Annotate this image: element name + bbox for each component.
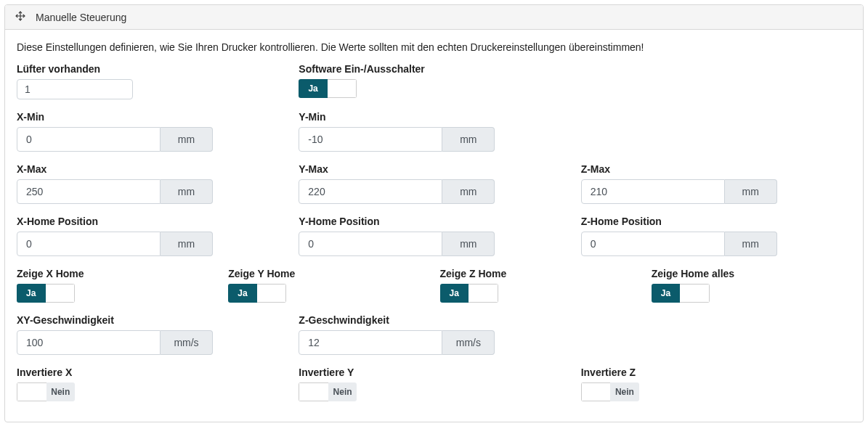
x-max-input[interactable] — [17, 179, 161, 204]
fan-available-input[interactable] — [17, 79, 133, 99]
show-home-all-label: Zeige Home alles — [652, 268, 851, 279]
invert-z-label: Invertiere Z — [581, 367, 851, 378]
toggle-empty — [328, 79, 357, 98]
invert-y-label: Invertiere Y — [299, 367, 569, 378]
y-max-label: Y-Max — [299, 163, 569, 175]
xy-speed-input[interactable] — [17, 330, 161, 355]
z-max-label: Z-Max — [581, 163, 851, 175]
show-x-home-toggle[interactable]: Ja — [17, 284, 75, 303]
z-max-input[interactable] — [581, 179, 725, 204]
toggle-yes: Ja — [17, 284, 46, 303]
invert-y-toggle[interactable]: Nein — [299, 382, 357, 401]
unit-mm: mm — [725, 232, 777, 256]
z-speed-label: Z-Geschwindigkeit — [299, 314, 569, 326]
show-y-home-label: Zeige Y Home — [228, 268, 428, 279]
unit-mm: mm — [442, 179, 495, 204]
software-switch-label: Software Ein-/Ausschalter — [299, 63, 569, 75]
invert-x-toggle[interactable]: Nein — [17, 382, 75, 401]
invert-x-label: Invertiere X — [17, 367, 287, 378]
move-icon — [15, 11, 25, 23]
unit-mms: mm/s — [442, 330, 495, 355]
show-z-home-label: Zeige Z Home — [440, 268, 640, 279]
toggle-empty — [581, 382, 611, 401]
toggle-empty — [469, 284, 498, 303]
panel-title: Manuelle Steuerung — [36, 12, 126, 23]
toggle-no: Nein — [328, 382, 357, 401]
toggle-empty — [257, 284, 287, 303]
software-switch-toggle[interactable]: Ja — [299, 79, 357, 98]
x-min-input[interactable] — [17, 127, 161, 152]
z-home-pos-input[interactable] — [581, 232, 725, 256]
x-max-label: X-Max — [17, 163, 287, 175]
panel-header[interactable]: Manuelle Steuerung — [5, 5, 863, 30]
panel-description: Diese Einstellungen definieren, wie Sie … — [17, 41, 851, 53]
y-home-pos-label: Y-Home Position — [299, 216, 569, 227]
manual-control-panel: Manuelle Steuerung Diese Einstellungen d… — [4, 4, 864, 422]
toggle-empty — [17, 382, 46, 401]
y-min-input[interactable] — [299, 127, 442, 152]
x-min-label: X-Min — [17, 111, 287, 123]
toggle-no: Nein — [610, 382, 639, 401]
fan-available-label: Lüfter vorhanden — [17, 63, 287, 75]
show-y-home-toggle[interactable]: Ja — [228, 284, 286, 303]
x-home-pos-input[interactable] — [17, 232, 161, 256]
y-min-label: Y-Min — [299, 111, 569, 123]
unit-mm: mm — [161, 179, 213, 204]
y-max-input[interactable] — [299, 179, 442, 204]
toggle-empty — [46, 284, 76, 303]
unit-mm: mm — [161, 232, 213, 256]
toggle-yes: Ja — [652, 284, 681, 303]
show-x-home-label: Zeige X Home — [17, 268, 216, 279]
toggle-no: Nein — [46, 382, 76, 401]
toggle-empty — [299, 382, 328, 401]
y-home-pos-input[interactable] — [299, 232, 442, 256]
unit-mm: mm — [442, 127, 495, 152]
show-home-all-toggle[interactable]: Ja — [652, 284, 710, 303]
x-home-pos-label: X-Home Position — [17, 216, 287, 227]
z-home-pos-label: Z-Home Position — [581, 216, 851, 227]
z-speed-input[interactable] — [299, 330, 442, 355]
unit-mm: mm — [725, 179, 777, 204]
invert-z-toggle[interactable]: Nein — [581, 382, 639, 401]
unit-mm: mm — [161, 127, 213, 152]
panel-body: Diese Einstellungen definieren, wie Sie … — [5, 30, 863, 422]
unit-mm: mm — [442, 232, 495, 256]
toggle-yes: Ja — [228, 284, 257, 303]
toggle-yes: Ja — [440, 284, 469, 303]
unit-mms: mm/s — [161, 330, 213, 355]
toggle-yes: Ja — [299, 79, 328, 98]
xy-speed-label: XY-Geschwindigkeit — [17, 314, 287, 326]
toggle-empty — [680, 284, 710, 303]
show-z-home-toggle[interactable]: Ja — [440, 284, 498, 303]
